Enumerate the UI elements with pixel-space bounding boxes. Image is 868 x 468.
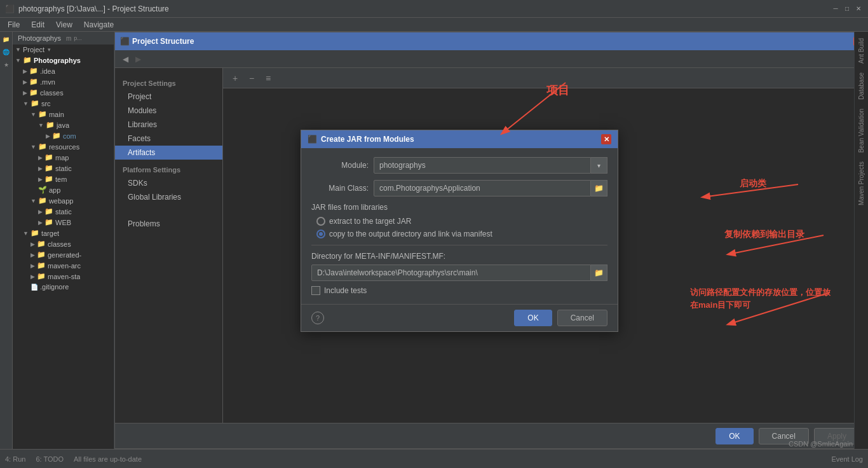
tree-maven-arc[interactable]: ▶ 📁 maven-arc (13, 260, 114, 271)
tree-main[interactable]: ▼ 📁 main (13, 109, 114, 120)
file-tree-header: Photographys m p... (13, 32, 114, 45)
dialog-close-btn[interactable]: ✕ (601, 134, 611, 144)
ps-nav-project[interactable]: Project (115, 90, 222, 104)
side-tab-ant-build[interactable]: Ant Build (857, 34, 866, 67)
ps-remove-btn[interactable]: − (245, 71, 259, 85)
dialog-cancel-btn[interactable]: Cancel (557, 310, 607, 326)
menu-view[interactable]: View (51, 19, 78, 31)
app-title: photographys [D:\Java\...] - Project Str… (18, 4, 169, 13)
radio-extract[interactable]: extract to the target JAR (311, 217, 607, 226)
ps-nav-modules[interactable]: Modules (115, 104, 222, 118)
menu-file[interactable]: File (3, 19, 25, 31)
project-icon[interactable]: 📁 (1, 34, 11, 45)
include-tests-label: Include tests (324, 286, 367, 295)
module-input[interactable] (374, 157, 591, 174)
dialog-ok-btn[interactable]: OK (514, 310, 552, 326)
jar-files-section: JAR files from libraries extract to the … (311, 203, 607, 238)
folder-icon: 📁 (38, 142, 47, 151)
close-btn[interactable]: ✕ (854, 4, 863, 13)
radio-copy-btn[interactable] (316, 230, 325, 238)
side-tab-database[interactable]: Database (857, 69, 866, 104)
tree-com[interactable]: ▶ 📁 com (13, 130, 114, 141)
tree-app[interactable]: 🌱 app (13, 184, 114, 195)
arrow-icon: ▶ (38, 219, 43, 226)
arrow-icon: ▶ (31, 241, 35, 247)
radio-copy[interactable]: copy to the output directory and link vi… (311, 230, 607, 238)
ps-nav-facets[interactable]: Facets (115, 132, 222, 146)
minimize-btn[interactable]: ─ (831, 4, 840, 13)
ps-nav-libraries[interactable]: Libraries (115, 118, 222, 132)
ps-forward-btn[interactable]: ▶ (133, 54, 143, 64)
folder-icon: 📁 (29, 78, 38, 86)
arrow-icon: ▼ (23, 100, 29, 107)
ps-nav-global-libs[interactable]: Global Libraries (115, 190, 222, 204)
todo-tab[interactable]: 6: TODO (36, 455, 64, 463)
tree-mvn[interactable]: ▶ 📁 .mvn (13, 76, 114, 87)
dir-input-group: 📁 (311, 265, 607, 281)
dir-browse-btn[interactable]: 📁 (591, 265, 607, 281)
tree-classes2[interactable]: ▶ 📁 classes (13, 238, 114, 249)
run-tab[interactable]: 4: Run (5, 455, 25, 463)
dir-input[interactable] (311, 265, 591, 281)
dialog-title-bar: ⬛ Create JAR from Modules ✕ (301, 130, 618, 148)
folder-icon: 📁 (29, 88, 38, 97)
folder-icon: 📁 (29, 67, 38, 75)
arrow-icon: ▶ (31, 263, 35, 269)
main-class-browse-btn[interactable]: 📁 (591, 180, 607, 196)
restore-btn[interactable]: □ (843, 4, 851, 13)
folder-icon: 📁 (44, 175, 53, 183)
tree-generated[interactable]: ▶ 📁 generated- (13, 249, 114, 260)
menu-edit[interactable]: Edit (26, 19, 50, 31)
ps-ok-btn[interactable]: OK (715, 428, 753, 444)
tree-web[interactable]: ▶ 📁 WEB (13, 217, 114, 228)
tree-classes-root[interactable]: ▶ 📁 classes (13, 87, 114, 98)
arrow-icon: ▶ (23, 90, 27, 96)
tree-static[interactable]: ▶ 📁 static (13, 163, 114, 174)
tree-java[interactable]: ▼ 📁 java (13, 120, 114, 130)
tree-resources[interactable]: ▼ 📁 resources (13, 141, 114, 152)
ps-nav-sdks[interactable]: SDKs (115, 176, 222, 190)
arrow-icon: ▶ (31, 252, 35, 258)
ps-nav-problems[interactable]: Problems (115, 217, 222, 231)
dialog-icon: ⬛ (308, 135, 317, 144)
radio-extract-btn[interactable] (316, 217, 325, 226)
menu-navigate[interactable]: Navigate (79, 19, 119, 31)
tree-src[interactable]: ▼ 📁 src (13, 98, 114, 109)
side-tab-maven[interactable]: Maven Projects (857, 158, 866, 209)
include-tests-checkbox[interactable] (311, 286, 320, 295)
ps-title: Project Structure (132, 37, 853, 46)
arrow-icon: ▼ (31, 111, 36, 118)
left-icon-strip: 📁 🌐 ★ (0, 32, 13, 468)
folder-icon: 📁 (38, 110, 47, 118)
main-class-input[interactable] (374, 180, 591, 196)
ps-add-btn[interactable]: + (228, 71, 242, 85)
tree-static2[interactable]: ▶ 📁 static (13, 206, 114, 217)
ps-title-bar: ⬛ Project Structure ✕ (115, 32, 867, 50)
arrow-icon: ▶ (38, 155, 43, 161)
dialog-footer: ? OK Cancel (301, 304, 618, 331)
project-label: Photographys (18, 34, 61, 42)
web-icon[interactable]: 🌐 (1, 47, 11, 57)
module-dropdown-btn[interactable]: ▾ (591, 157, 607, 174)
help-btn[interactable]: ? (311, 312, 324, 324)
tree-webapp[interactable]: ▼ 📁 webapp (13, 195, 114, 206)
ps-back-btn[interactable]: ◀ (120, 54, 130, 64)
tree-idea[interactable]: ▶ 📁 .idea (13, 65, 114, 76)
ps-edit-btn[interactable]: ≡ (261, 71, 275, 85)
tree-map[interactable]: ▶ 📁 map (13, 152, 114, 163)
tree-tem[interactable]: ▶ 📁 tem (13, 174, 114, 184)
folder-icon: 📁 (37, 272, 46, 280)
event-log-tab[interactable]: Event Log (831, 455, 863, 463)
favorites-icon[interactable]: ★ (1, 60, 11, 70)
ps-toolbar: + − ≡ (223, 68, 867, 88)
tree-maven-sta[interactable]: ▶ 📁 maven-sta (13, 271, 114, 282)
tree-gitignore[interactable]: 📄 .gitignore (13, 282, 114, 292)
folder-icon: 📁 (44, 153, 53, 162)
tree-photographys[interactable]: ▼ 📁 Photographys (13, 55, 114, 65)
tree-target[interactable]: ▼ 📁 target (13, 228, 114, 238)
ps-nav-artifacts[interactable]: Artifacts (115, 146, 222, 160)
arrow-icon: ▶ (46, 133, 50, 139)
tree-project-dropdown[interactable]: ▼ Project ▾ (13, 45, 114, 55)
watermark: CSDN @SmlieAgain (789, 440, 853, 448)
side-tab-bean-validation[interactable]: Bean Validation (857, 105, 866, 156)
